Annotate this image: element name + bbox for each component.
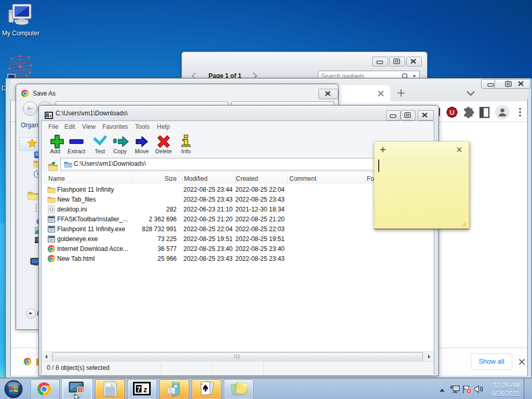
svg-text:U: U [449,109,454,116]
svg-text:7: 7 [137,385,141,393]
svg-text:z: z [50,114,52,117]
svg-text:7: 7 [47,114,49,117]
svg-text:8: 8 [111,383,113,387]
svg-text:z: z [143,385,147,394]
